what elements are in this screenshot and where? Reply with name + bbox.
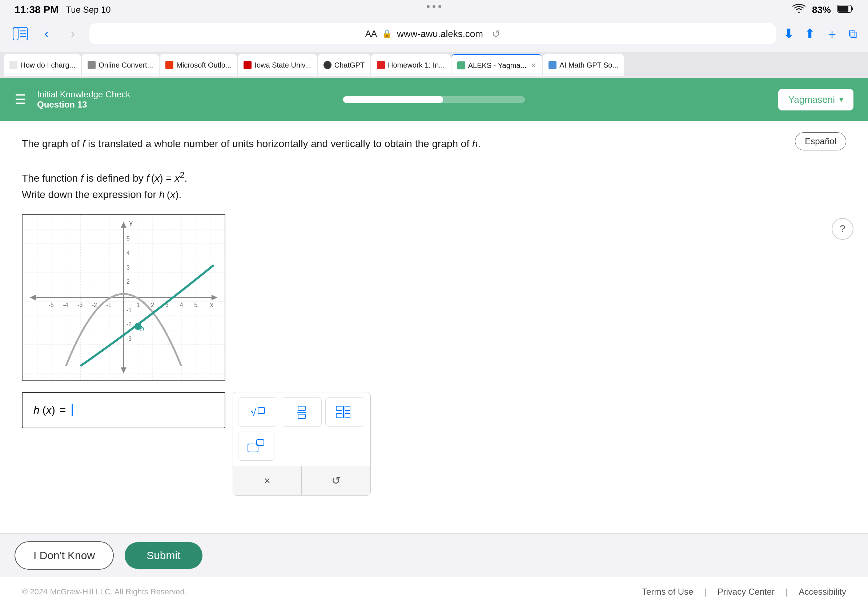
answer-x: x <box>46 404 52 416</box>
question-line-1: The graph of f is translated a whole num… <box>22 136 603 152</box>
espanol-button[interactable]: Español <box>795 132 846 150</box>
svg-text:-1: -1 <box>127 307 132 313</box>
x-squared: x <box>175 173 180 184</box>
terms-of-use-link[interactable]: Terms of Use <box>642 587 693 597</box>
power-key[interactable] <box>238 431 274 461</box>
svg-rect-42 <box>336 413 342 418</box>
battery-percentage: 83% <box>812 5 831 15</box>
help-icon: ? <box>840 223 845 235</box>
forward-button[interactable]: › <box>63 24 82 43</box>
url-display: www-awu.aleks.com <box>397 28 483 40</box>
svg-text:-3: -3 <box>127 335 132 342</box>
status-date: Tue Sep 10 <box>66 5 110 15</box>
mixed-fraction-key[interactable] <box>326 397 365 427</box>
tab-aleks[interactable]: ALEKS - Yagma... ✕ <box>451 54 542 76</box>
clear-key[interactable]: × <box>233 466 302 495</box>
svg-text:4: 4 <box>127 250 130 256</box>
tab-bar: How do I charg... Online Convert... Micr… <box>0 52 868 78</box>
svg-text:-5: -5 <box>49 301 54 308</box>
new-tab-icon[interactable]: ＋ <box>826 25 839 43</box>
drag-indicator <box>427 5 441 8</box>
svg-rect-44 <box>345 406 350 411</box>
svg-text:x: x <box>210 301 213 308</box>
app-header: ☰ Initial Knowledge Check Question 13 Ya… <box>0 78 868 121</box>
svg-text:2: 2 <box>151 301 154 308</box>
tab-homework[interactable]: Homework 1: In... <box>371 54 451 76</box>
chevron-down-icon: ▾ <box>839 95 843 104</box>
svg-text:5: 5 <box>194 301 197 308</box>
svg-text:1: 1 <box>137 301 140 308</box>
footer-separator-1: | <box>704 587 706 597</box>
x-var: x <box>155 173 160 184</box>
undo-key[interactable]: ↺ <box>302 466 370 495</box>
question-info: Initial Knowledge Check Question 13 <box>37 90 130 110</box>
footer-copyright: © 2024 McGraw-Hill LLC. All Rights Reser… <box>22 587 187 597</box>
fraction-key[interactable] <box>282 397 322 427</box>
answer-input-box[interactable]: h ( x ) = <box>22 392 225 428</box>
svg-rect-38 <box>298 406 305 411</box>
browser-chrome: ‹ › AA 🔒 www-awu.aleks.com ↺ ⬇ ⬆ ＋ ⧉ <box>0 20 868 52</box>
svg-rect-2 <box>838 6 848 12</box>
tab-chatgpt[interactable]: ChatGPT <box>318 54 370 76</box>
battery-icon <box>837 5 854 15</box>
sqrt-key[interactable]: √ <box>238 397 278 427</box>
question-number: Question 13 <box>37 99 130 110</box>
submit-button[interactable]: Submit <box>125 542 202 569</box>
svg-text:4: 4 <box>180 301 183 308</box>
footer: © 2024 McGraw-Hill LLC. All Rights Reser… <box>0 577 868 606</box>
tab-iowa-state[interactable]: Iowa State Univ... <box>238 54 316 76</box>
share-icon[interactable]: ⬆ <box>804 26 815 42</box>
question-line-2: The function f is defined by f (x) = x2. <box>22 169 603 187</box>
progress-bar-background <box>343 96 525 103</box>
math-keys-bottom: × ↺ <box>233 466 370 495</box>
accessibility-link[interactable]: Accessibility <box>798 587 846 597</box>
answer-label: h <box>33 404 40 416</box>
main-content: Español The graph of f is translated a w… <box>0 121 868 544</box>
svg-text:y: y <box>129 219 133 226</box>
dont-know-button[interactable]: I Don't Know <box>14 541 114 570</box>
hx-x: x <box>170 189 175 200</box>
address-bar[interactable]: AA 🔒 www-awu.aleks.com ↺ <box>90 23 776 44</box>
help-button[interactable]: ? <box>832 218 854 240</box>
tab-how-do-i-charge[interactable]: How do I charg... <box>4 54 81 76</box>
svg-text:3: 3 <box>127 264 130 270</box>
svg-rect-45 <box>345 413 350 418</box>
progress-bar-container <box>343 96 525 103</box>
back-button[interactable]: ‹ <box>37 24 56 43</box>
svg-text:-4: -4 <box>63 301 68 308</box>
svg-text:-1: -1 <box>106 301 111 308</box>
svg-text:h: h <box>140 325 144 333</box>
tab-ai-math[interactable]: AI Math GPT So... <box>542 54 624 76</box>
download-icon[interactable]: ⬇ <box>783 26 794 42</box>
tab-online-convert[interactable]: Online Convert... <box>82 54 159 76</box>
menu-icon[interactable]: ☰ <box>14 92 26 107</box>
math-keys-mid <box>233 431 370 466</box>
sidebar-toggle-button[interactable] <box>11 24 30 43</box>
function-definition: f <box>146 173 149 184</box>
tabs-icon[interactable]: ⧉ <box>849 27 857 41</box>
footer-separator-2: | <box>786 587 788 597</box>
lock-icon: 🔒 <box>382 29 392 39</box>
browser-right-buttons: ⬇ ⬆ ＋ ⧉ <box>783 25 857 43</box>
question-text: The graph of f is translated a whole num… <box>22 136 603 203</box>
answer-section: h ( x ) = √ <box>22 392 846 496</box>
user-menu-button[interactable]: Yagmaseni ▾ <box>778 89 854 110</box>
svg-rect-40 <box>298 414 305 419</box>
svg-rect-4 <box>13 27 18 40</box>
svg-text:-2: -2 <box>127 321 132 327</box>
svg-text:2: 2 <box>127 279 130 285</box>
graph-container: x y 1 2 3 4 5 -1 -2 -3 -4 -5 2 3 4 5 -1 … <box>22 214 225 381</box>
wifi-icon <box>792 4 806 16</box>
reload-icon[interactable]: ↺ <box>492 28 500 40</box>
status-bar: 11:38 PM Tue Sep 10 83% <box>0 0 868 20</box>
math-keyboard: √ <box>232 392 371 496</box>
tab-microsoft-outlook[interactable]: Microsoft Outlo... <box>160 54 237 76</box>
tab-close-aleks[interactable]: ✕ <box>531 62 536 70</box>
progress-bar-fill <box>343 96 443 103</box>
privacy-center-link[interactable]: Privacy Center <box>718 587 775 597</box>
question-line-3: Write down the expression for h (x). <box>22 187 603 203</box>
check-title: Initial Knowledge Check <box>37 90 130 99</box>
answer-equals: = <box>60 404 66 416</box>
svg-text:-2: -2 <box>92 301 97 308</box>
f-variable-2: f <box>81 173 84 184</box>
